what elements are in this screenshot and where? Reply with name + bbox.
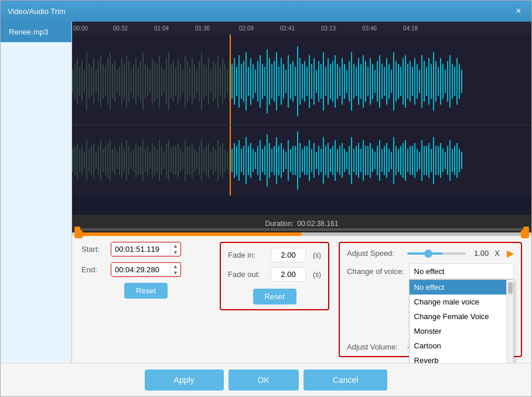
start-decrement[interactable]: ▼ bbox=[170, 249, 180, 256]
svg-rect-84 bbox=[241, 64, 242, 99]
svg-rect-149 bbox=[393, 52, 394, 111]
svg-rect-192 bbox=[100, 140, 101, 181]
progress-left-handle[interactable] bbox=[74, 230, 83, 238]
svg-rect-24 bbox=[103, 64, 104, 99]
start-spin-buttons: ▲ ▼ bbox=[170, 243, 180, 256]
sidebar-file-item[interactable]: Renee.mp3 bbox=[1, 22, 71, 42]
svg-rect-25 bbox=[105, 67, 106, 96]
waveform-track-top[interactable] bbox=[72, 35, 531, 125]
svg-rect-56 bbox=[178, 58, 179, 105]
svg-rect-11 bbox=[72, 70, 73, 93]
waveform-track-bottom[interactable] bbox=[72, 125, 531, 215]
svg-rect-80 bbox=[231, 64, 233, 99]
svg-rect-226 bbox=[180, 149, 181, 172]
start-input-group[interactable]: ▲ ▼ bbox=[111, 242, 181, 256]
fade-in-input[interactable] bbox=[271, 248, 306, 262]
svg-rect-121 bbox=[328, 58, 329, 105]
svg-rect-0 bbox=[72, 22, 531, 35]
reset-left-button[interactable]: Reset bbox=[124, 283, 168, 299]
svg-rect-165 bbox=[431, 64, 432, 99]
cancel-button[interactable]: Cancel bbox=[303, 369, 388, 391]
scrubber-bar[interactable] bbox=[72, 232, 531, 236]
svg-rect-271 bbox=[283, 149, 284, 172]
progress-right-handle[interactable] bbox=[521, 230, 529, 238]
svg-rect-253 bbox=[241, 149, 242, 172]
svg-rect-221 bbox=[168, 140, 169, 181]
svg-rect-335 bbox=[433, 137, 434, 184]
svg-rect-66 bbox=[201, 52, 202, 111]
svg-rect-288 bbox=[323, 137, 324, 184]
svg-rect-111 bbox=[304, 61, 305, 102]
fade-out-input[interactable] bbox=[271, 267, 306, 282]
svg-rect-170 bbox=[442, 64, 444, 99]
svg-rect-273 bbox=[288, 140, 289, 181]
start-input[interactable] bbox=[111, 242, 170, 256]
voice-select[interactable]: No effect Change male voice Change Femal… bbox=[409, 263, 514, 279]
apply-button[interactable]: Apply bbox=[145, 369, 224, 391]
start-increment[interactable]: ▲ bbox=[170, 243, 180, 249]
svg-rect-310 bbox=[374, 152, 376, 169]
end-input[interactable] bbox=[111, 263, 170, 276]
svg-rect-20 bbox=[93, 58, 94, 105]
waveform-tracks bbox=[72, 35, 531, 215]
end-input-group[interactable]: ▲ ▼ bbox=[111, 262, 181, 277]
svg-rect-118 bbox=[320, 64, 322, 99]
svg-rect-63 bbox=[194, 64, 195, 99]
end-decrement[interactable]: ▼ bbox=[170, 270, 180, 276]
end-increment[interactable]: ▲ bbox=[170, 263, 180, 270]
svg-rect-194 bbox=[105, 146, 106, 175]
svg-rect-146 bbox=[386, 58, 387, 105]
svg-rect-123 bbox=[332, 61, 333, 102]
svg-rect-130 bbox=[349, 61, 350, 102]
fade-in-label: Fade in: bbox=[228, 251, 266, 259]
svg-rect-153 bbox=[403, 58, 404, 105]
svg-rect-234 bbox=[199, 146, 200, 175]
svg-rect-42 bbox=[145, 64, 146, 99]
svg-rect-291 bbox=[330, 149, 331, 172]
voice-item-cartoon[interactable]: Cartoon bbox=[410, 338, 506, 353]
svg-rect-173 bbox=[449, 55, 451, 108]
svg-rect-331 bbox=[424, 146, 425, 175]
svg-text:02:09: 02:09 bbox=[239, 25, 254, 32]
voice-item-male[interactable]: Change male voice bbox=[410, 295, 506, 309]
close-button[interactable]: × bbox=[513, 5, 524, 17]
waveform-area: 00:00 00:32 01:04 01:36 02:09 02:41 03:1… bbox=[72, 22, 531, 232]
svg-rect-167 bbox=[435, 61, 436, 102]
svg-rect-32 bbox=[121, 58, 122, 105]
ok-button[interactable]: OK bbox=[229, 369, 299, 391]
svg-rect-171 bbox=[445, 70, 446, 93]
voice-item-monster[interactable]: Monster bbox=[410, 324, 506, 338]
svg-rect-142 bbox=[377, 61, 378, 102]
svg-rect-323 bbox=[405, 140, 406, 181]
svg-rect-45 bbox=[152, 58, 153, 105]
svg-rect-308 bbox=[370, 143, 371, 178]
svg-rect-183 bbox=[79, 149, 80, 172]
svg-rect-29 bbox=[114, 61, 115, 102]
svg-rect-81 bbox=[234, 58, 235, 105]
timeline-svg: 00:00 00:32 01:04 01:36 02:09 02:41 03:1… bbox=[72, 22, 531, 35]
svg-rect-77 bbox=[227, 70, 228, 93]
svg-rect-151 bbox=[398, 64, 399, 99]
svg-rect-124 bbox=[335, 55, 336, 108]
voice-item-no-effect[interactable]: No effect bbox=[410, 280, 506, 295]
svg-rect-87 bbox=[248, 67, 249, 96]
svg-rect-53 bbox=[170, 64, 172, 99]
speed-play-button[interactable]: ▶ bbox=[507, 248, 514, 259]
svg-rect-202 bbox=[124, 149, 125, 172]
reset-right-button[interactable]: Reset bbox=[253, 289, 296, 304]
svg-rect-127 bbox=[342, 58, 343, 105]
scrollbar-thumb[interactable] bbox=[508, 282, 513, 294]
svg-rect-109 bbox=[299, 58, 301, 105]
voice-item-female[interactable]: Change Female Voice bbox=[410, 309, 506, 324]
svg-rect-246 bbox=[227, 152, 228, 169]
svg-rect-266 bbox=[271, 149, 272, 172]
svg-rect-72 bbox=[215, 64, 216, 99]
svg-rect-138 bbox=[367, 67, 369, 96]
svg-rect-255 bbox=[245, 137, 247, 184]
voice-item-reverb[interactable]: Reverb bbox=[410, 353, 506, 363]
svg-rect-131 bbox=[351, 52, 352, 111]
speed-slider[interactable] bbox=[407, 252, 466, 255]
end-spin-buttons: ▲ ▼ bbox=[170, 263, 180, 276]
svg-rect-213 bbox=[149, 152, 151, 169]
svg-rect-290 bbox=[328, 143, 329, 178]
